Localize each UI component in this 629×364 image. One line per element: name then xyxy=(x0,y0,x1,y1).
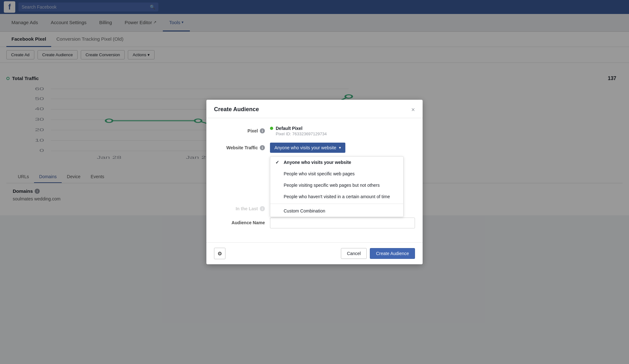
website-traffic-dropdown[interactable]: Anyone who visits your website ▾ xyxy=(270,143,345,153)
create-audience-modal: Create Audience × Pixel i Default Pixel … xyxy=(206,100,423,215)
dropdown-option-specific-pages[interactable]: People who visit specific web pages xyxy=(270,168,403,179)
website-traffic-field: Anyone who visits your website ▾ xyxy=(270,143,415,153)
modal-header: Create Audience × xyxy=(206,100,423,118)
pixel-label: Pixel i xyxy=(214,126,265,133)
pixel-info-icon: i xyxy=(260,128,265,133)
modal-overlay[interactable]: Create Audience × Pixel i Default Pixel … xyxy=(0,0,629,215)
website-traffic-info-icon: i xyxy=(260,145,265,150)
modal-close-button[interactable]: × xyxy=(411,106,415,113)
pixel-form-row: Pixel i Default Pixel Pixel ID: 76332369… xyxy=(214,126,415,136)
pixel-info: Default Pixel Pixel ID: 763323697129734 xyxy=(270,126,415,136)
modal-body: Pixel i Default Pixel Pixel ID: 76332369… xyxy=(206,118,423,215)
dropdown-caret: ▾ xyxy=(339,145,341,150)
dropdown-option-specific-not-others[interactable]: People visiting specific web pages but n… xyxy=(270,179,403,191)
website-traffic-dropdown-menu: ✓ Anyone who visits your website People … xyxy=(270,156,404,215)
pixel-id: Pixel ID: 763323697129734 xyxy=(276,131,327,136)
in-the-last-label: In the Last i xyxy=(214,204,265,211)
pixel-status-dot xyxy=(270,127,273,130)
website-traffic-form-row: Website Traffic i Anyone who visits your… xyxy=(214,143,415,153)
pixel-name-row: Default Pixel xyxy=(270,126,302,131)
dropdown-option-not-visited[interactable]: People who haven't visited in a certain … xyxy=(270,191,403,202)
pixel-name: Default Pixel xyxy=(276,126,302,131)
in-the-last-info-icon: i xyxy=(260,206,265,211)
website-traffic-label: Website Traffic i xyxy=(214,143,265,150)
check-icon: ✓ xyxy=(275,160,280,165)
dropdown-divider xyxy=(270,204,403,204)
dropdown-option-custom[interactable]: Custom Combination xyxy=(270,205,403,215)
modal-title: Create Audience xyxy=(214,106,259,113)
dropdown-option-anyone[interactable]: ✓ Anyone who visits your website xyxy=(270,157,403,168)
